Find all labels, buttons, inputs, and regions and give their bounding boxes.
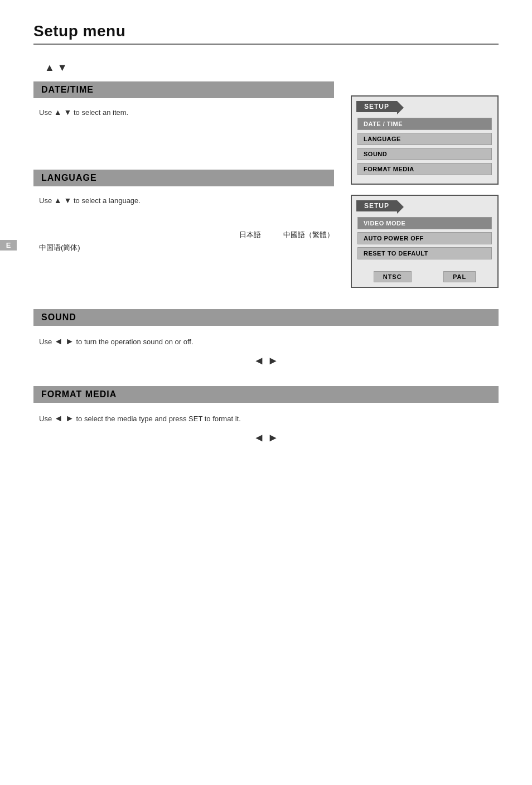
diagram2-item-2: AUTO POWER OFF [357, 232, 492, 244]
sound-lr-arrows: ◄ ► [33, 354, 499, 367]
diagram2-tab: SETUP [356, 200, 397, 211]
diagram2-items: VIDEO MODE AUTO POWER OFF RESET TO DEFAU… [352, 215, 497, 268]
diagram1-items: DATE / TIME LANGUAGE SOUND FORMAT MEDIA [352, 115, 497, 184]
setup-diagram-2: SETUP VIDEO MODE AUTO POWER OFF RESET TO… [351, 195, 499, 288]
diagram2-item-1: VIDEO MODE [357, 217, 492, 229]
sound-header: SOUND [33, 309, 499, 326]
title-divider [33, 44, 499, 45]
date-time-header: DATE/TIME [33, 81, 334, 98]
up-down-arrows: ▲ ▼ [45, 62, 334, 74]
diagram2-item-3: RESET TO DEFAULT [357, 247, 492, 259]
page-title: Setup menu [33, 22, 499, 40]
language-desc-text: Use ▲ ▼ to select a language. [39, 196, 141, 205]
language-description: Use ▲ ▼ to select a language. [39, 194, 334, 208]
ntsc-pal-row: NTSC PAL [352, 268, 497, 287]
sound-section: SOUND Use ◄ ► to turn the operation soun… [33, 309, 499, 367]
sound-description: Use ◄ ► to turn the operation sound on o… [39, 334, 499, 349]
date-time-desc-line1: Use ▲ ▼ to select an item. [39, 108, 128, 117]
diagram1-item-3: SOUND [357, 148, 492, 160]
diagram1-item-1: DATE / TIME [357, 118, 492, 130]
setup-diagram-1: SETUP DATE / TIME LANGUAGE SOUND FORMAT … [351, 95, 499, 185]
format-lr-arrows: ◄ ► [33, 431, 499, 444]
lang-option-chinese-simp: 中国语(简体) [39, 243, 80, 252]
format-media-header: FORMAT MEDIA [33, 386, 499, 403]
pal-button: PAL [443, 271, 476, 282]
lr-arrows-format: ◄ ► [54, 413, 74, 423]
diagram1-item-4: FORMAT MEDIA [357, 163, 492, 175]
format-description: Use ◄ ► to select the media type and pre… [39, 411, 499, 426]
language-header: LANGUAGE [33, 170, 334, 186]
format-media-section: FORMAT MEDIA Use ◄ ► to select the media… [33, 386, 499, 444]
lang-option-chinese-trad: 中國語（繁體） [283, 230, 334, 240]
ntsc-button: NTSC [374, 271, 412, 282]
lang-option-japanese: 日本語 [239, 230, 261, 240]
diagram1-item-2: LANGUAGE [357, 133, 492, 145]
e-badge: E [0, 240, 17, 251]
date-time-description: Use ▲ ▼ to select an item. [39, 106, 334, 119]
diagram1-tab: SETUP [356, 101, 397, 112]
lr-arrows-sound: ◄ ► [54, 336, 74, 346]
